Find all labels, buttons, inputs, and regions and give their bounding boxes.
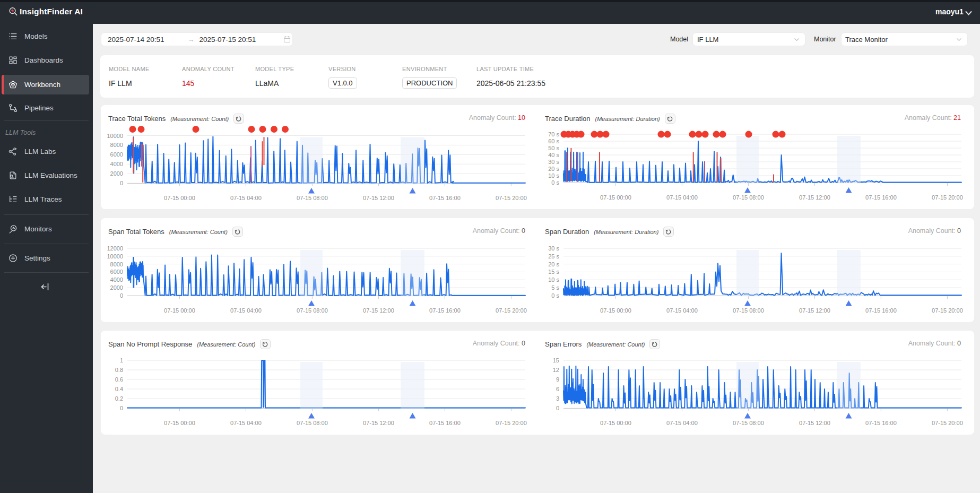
svg-text:6000: 6000 <box>110 151 123 158</box>
svg-text:0: 0 <box>556 405 559 411</box>
svg-text:4000: 4000 <box>110 276 123 283</box>
svg-text:0.8: 0.8 <box>115 367 123 373</box>
svg-text:6: 6 <box>556 386 559 392</box>
svg-text:07-15 16:00: 07-15 16:00 <box>429 420 461 426</box>
svg-text:07-15 08:00: 07-15 08:00 <box>297 420 328 426</box>
svg-text:6000: 6000 <box>110 269 123 275</box>
svg-text:20 s: 20 s <box>548 261 559 267</box>
svg-text:07-15 12:00: 07-15 12:00 <box>363 195 394 201</box>
svg-text:3: 3 <box>556 395 559 402</box>
svg-text:20 s: 20 s <box>548 166 559 172</box>
svg-text:07-15 12:00: 07-15 12:00 <box>799 420 830 426</box>
svg-text:07-15 04:00: 07-15 04:00 <box>230 420 262 426</box>
svg-text:0.6: 0.6 <box>115 376 123 383</box>
svg-text:70 s: 70 s <box>548 131 559 137</box>
svg-text:2000: 2000 <box>110 284 123 291</box>
svg-text:07-15 20:00: 07-15 20:00 <box>932 307 963 314</box>
svg-text:0.2: 0.2 <box>115 395 123 402</box>
svg-text:60 s: 60 s <box>548 138 559 144</box>
svg-text:8000: 8000 <box>110 261 123 267</box>
svg-text:40 s: 40 s <box>548 152 559 158</box>
svg-text:07-15 08:00: 07-15 08:00 <box>733 194 764 201</box>
svg-text:07-15 04:00: 07-15 04:00 <box>666 194 698 201</box>
svg-text:12: 12 <box>553 367 559 373</box>
svg-text:15 s: 15 s <box>548 269 559 275</box>
svg-text:5 s: 5 s <box>551 284 559 291</box>
svg-text:10000: 10000 <box>107 133 123 139</box>
svg-text:0: 0 <box>120 292 123 299</box>
svg-text:25 s: 25 s <box>548 253 559 260</box>
svg-text:1: 1 <box>120 357 123 364</box>
svg-text:07-15 08:00: 07-15 08:00 <box>297 195 328 201</box>
svg-text:10 s: 10 s <box>548 276 559 283</box>
svg-text:07-15 08:00: 07-15 08:00 <box>297 307 328 314</box>
svg-text:07-15 00:00: 07-15 00:00 <box>164 307 195 314</box>
svg-text:0 s: 0 s <box>551 292 559 299</box>
svg-text:07-15 08:00: 07-15 08:00 <box>733 420 764 426</box>
svg-text:07-15 08:00: 07-15 08:00 <box>733 307 764 314</box>
svg-text:07-15 16:00: 07-15 16:00 <box>865 420 897 426</box>
svg-text:07-15 04:00: 07-15 04:00 <box>230 307 262 314</box>
svg-text:8000: 8000 <box>110 142 123 148</box>
svg-text:07-15 00:00: 07-15 00:00 <box>600 307 631 314</box>
svg-text:0 s: 0 s <box>551 179 559 186</box>
svg-text:07-15 04:00: 07-15 04:00 <box>666 307 698 314</box>
svg-text:07-15 16:00: 07-15 16:00 <box>865 307 897 314</box>
svg-text:07-15 20:00: 07-15 20:00 <box>496 307 527 314</box>
svg-text:4000: 4000 <box>110 161 123 167</box>
svg-text:07-15 12:00: 07-15 12:00 <box>363 307 394 314</box>
svg-text:0.4: 0.4 <box>115 386 123 392</box>
svg-text:07-15 04:00: 07-15 04:00 <box>230 195 262 201</box>
svg-text:07-15 16:00: 07-15 16:00 <box>429 307 461 314</box>
svg-text:07-15 12:00: 07-15 12:00 <box>799 307 830 314</box>
svg-text:07-15 20:00: 07-15 20:00 <box>496 420 527 426</box>
svg-text:2000: 2000 <box>110 170 123 177</box>
svg-text:10 s: 10 s <box>548 172 559 179</box>
svg-text:07-15 16:00: 07-15 16:00 <box>865 194 897 201</box>
svg-text:0: 0 <box>120 180 123 186</box>
svg-text:30 s: 30 s <box>548 159 559 165</box>
svg-text:10000: 10000 <box>107 253 123 260</box>
svg-text:07-15 20:00: 07-15 20:00 <box>932 194 963 201</box>
svg-text:07-15 20:00: 07-15 20:00 <box>496 195 527 201</box>
svg-text:07-15 16:00: 07-15 16:00 <box>429 195 461 201</box>
svg-text:07-15 00:00: 07-15 00:00 <box>164 195 195 201</box>
svg-text:30 s: 30 s <box>548 245 559 252</box>
svg-text:07-15 00:00: 07-15 00:00 <box>600 194 631 201</box>
svg-text:07-15 04:00: 07-15 04:00 <box>666 420 698 426</box>
svg-text:07-15 20:00: 07-15 20:00 <box>932 420 963 426</box>
svg-text:50 s: 50 s <box>548 145 559 151</box>
svg-text:9: 9 <box>556 376 559 383</box>
svg-text:15: 15 <box>553 357 559 364</box>
svg-text:0: 0 <box>120 405 123 411</box>
svg-text:07-15 12:00: 07-15 12:00 <box>799 194 830 201</box>
svg-text:07-15 00:00: 07-15 00:00 <box>164 420 195 426</box>
svg-text:07-15 12:00: 07-15 12:00 <box>363 420 394 426</box>
svg-text:12000: 12000 <box>107 245 123 252</box>
svg-text:07-15 00:00: 07-15 00:00 <box>600 420 631 426</box>
